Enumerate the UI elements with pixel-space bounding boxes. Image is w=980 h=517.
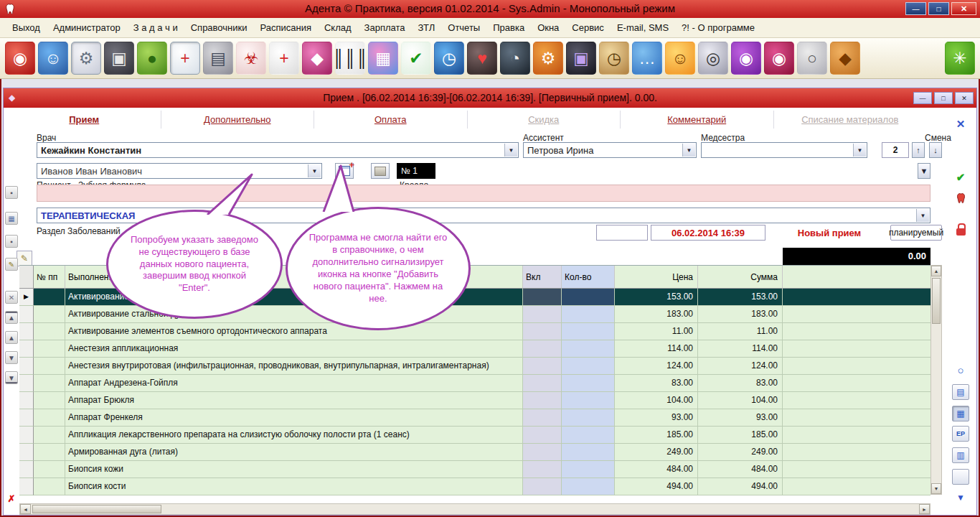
menu-item-4[interactable]: Справочники — [184, 22, 254, 33]
cell-qty[interactable] — [562, 444, 615, 461]
cell-vkl[interactable] — [523, 323, 562, 340]
prev-row-icon[interactable]: ▲ — [5, 331, 18, 344]
power-icon[interactable]: ◉ — [5, 42, 35, 75]
lamp-icon[interactable]: ○ — [797, 42, 827, 75]
header-sum[interactable]: Сумма — [698, 266, 783, 289]
tooth-icon[interactable] — [952, 189, 969, 206]
save-icon[interactable]: ▦ — [5, 212, 18, 225]
blank-icon[interactable] — [952, 469, 969, 485]
cell-vkl[interactable] — [523, 306, 562, 323]
camera-icon[interactable]: ◎ — [698, 42, 728, 75]
menu-item-1[interactable]: Выход — [6, 22, 47, 33]
barcode-icon[interactable]: ║║║ — [335, 42, 365, 75]
menu-item-9[interactable]: Отчеты — [441, 22, 486, 33]
confirm-check-icon[interactable]: ✔ — [401, 42, 431, 75]
archive-icon[interactable]: ▤ — [203, 42, 233, 75]
minimize-button[interactable]: — — [905, 2, 926, 15]
cell-vkl[interactable] — [523, 375, 562, 392]
aux-field[interactable] — [596, 225, 648, 241]
shift-up-button[interactable]: ↑ — [912, 142, 925, 158]
header-qty[interactable]: Кол-во — [562, 266, 615, 289]
inner-maximize-button[interactable]: □ — [934, 92, 953, 104]
table-row[interactable]: Биопсия кожи484.00484.00 — [19, 461, 930, 478]
menu-item-3[interactable]: З а д а ч и — [127, 22, 184, 33]
menu-item-13[interactable]: E-mail, SMS — [611, 22, 675, 33]
inner-title-bar[interactable]: ◆ Прием . [06.02.2014 16:39]-[06.02.2014… — [4, 88, 976, 108]
title-bar[interactable]: Адента © Практика, версия 01.02.2014 - S… — [0, 0, 980, 18]
inner-minimize-button[interactable]: — — [913, 92, 932, 104]
apple-icon[interactable]: ● — [137, 42, 167, 75]
patient-card-button[interactable] — [371, 163, 390, 179]
screen2-icon[interactable]: ▥ — [952, 447, 969, 463]
basket-icon[interactable]: ◆ — [830, 42, 860, 75]
table-horizontal-scrollbar[interactable]: ◄ ► — [19, 503, 930, 515]
cell-qty[interactable] — [562, 323, 615, 340]
chair-field[interactable]: № 1 — [397, 163, 435, 179]
first-row-icon[interactable]: ▲ — [5, 311, 18, 324]
cell-qty[interactable] — [562, 392, 615, 409]
inner-close-button[interactable]: ✕ — [955, 92, 974, 104]
close-form-icon[interactable]: ✕ — [952, 116, 969, 133]
palette-icon[interactable]: ◆ — [302, 42, 332, 75]
menu-item-11[interactable]: Окна — [531, 22, 565, 33]
scroll-right-button[interactable]: ► — [919, 504, 930, 514]
cell-vkl[interactable] — [523, 340, 562, 358]
monitor-icon[interactable]: ▣ — [566, 42, 596, 75]
eye-purple-icon[interactable]: ◉ — [731, 42, 761, 75]
hscroll-thumb[interactable] — [32, 505, 161, 513]
save-template-icon[interactable]: ▤ — [952, 384, 969, 400]
apply-check-icon[interactable]: ✔ — [952, 169, 969, 186]
lock-icon[interactable] — [952, 220, 969, 238]
chat-icon[interactable]: … — [632, 42, 662, 75]
scroll-left-button[interactable]: ◄ — [20, 504, 31, 514]
smiley-icon[interactable]: ☺ — [665, 42, 695, 75]
tab-1[interactable]: Прием — [8, 111, 161, 129]
header-vkl[interactable]: Вкл — [523, 266, 562, 289]
ep-badge-icon[interactable]: EP — [952, 426, 969, 442]
chevron-down-icon[interactable]: ▼ — [504, 144, 517, 157]
tools-icon[interactable]: ⚙ — [71, 42, 101, 75]
chevron-down-icon[interactable]: ▼ — [853, 144, 866, 157]
cell-vkl[interactable] — [523, 427, 562, 444]
dental-formula-strip[interactable] — [37, 185, 930, 202]
last-row-icon[interactable]: ▼ — [5, 371, 18, 384]
tab-3[interactable]: Оплата — [314, 111, 468, 129]
header-num[interactable]: № пп — [34, 266, 65, 289]
alarm-clock-icon[interactable]: ◷ — [599, 42, 629, 75]
header-price[interactable]: Цена — [615, 266, 698, 289]
cell-vkl[interactable] — [523, 289, 562, 306]
cell-qty[interactable] — [562, 409, 615, 427]
nurse-select[interactable]: ▼ — [701, 142, 867, 158]
gauge-icon[interactable]: ◔ — [500, 42, 530, 75]
delete-record-icon[interactable]: ✕ — [5, 291, 18, 304]
tab-2[interactable]: Дополнительно — [161, 111, 315, 129]
table-row[interactable]: Биопсия кости494.00494.00 — [19, 478, 930, 495]
gear-orange-icon[interactable]: ⚙ — [533, 42, 563, 75]
cancel-icon[interactable]: ✗ — [5, 492, 18, 505]
scroll-down-button[interactable]: ▼ — [931, 483, 941, 494]
cell-qty[interactable] — [562, 358, 615, 375]
clock-blue-icon[interactable]: ◷ — [434, 42, 464, 75]
handle-icon[interactable]: ▪ — [5, 186, 18, 199]
schedule-icon[interactable]: ▦ — [368, 42, 398, 75]
patient-select[interactable]: Иванов Иван Иванович ▼ — [37, 163, 322, 179]
table-row[interactable]: Анестезия аппликационная114.00114.00 — [19, 340, 930, 358]
planned-button[interactable]: планируемый — [890, 225, 942, 241]
scroll-up-button[interactable]: ▲ — [931, 266, 941, 276]
cell-vkl[interactable] — [523, 409, 562, 427]
cell-qty[interactable] — [562, 289, 615, 306]
cell-qty[interactable] — [562, 375, 615, 392]
table-row[interactable]: Аппарат Андрезена-Гойпля83.0083.00 — [19, 375, 930, 392]
scroll-page-down-icon[interactable]: ▼ — [952, 489, 969, 506]
menu-item-10[interactable]: Правка — [486, 22, 531, 33]
menu-item-14[interactable]: ?! - О программе — [675, 22, 761, 33]
heart-icon[interactable]: ♥ — [467, 42, 497, 75]
cell-vkl[interactable] — [523, 478, 562, 495]
staff-icon[interactable]: ☺ — [38, 42, 68, 75]
cell-vkl[interactable] — [523, 461, 562, 478]
medcard-icon[interactable]: + — [170, 42, 200, 75]
chevron-down-icon[interactable]: ▼ — [916, 209, 929, 222]
cell-qty[interactable] — [562, 340, 615, 358]
menu-item-12[interactable]: Сервис — [565, 22, 611, 33]
screen-list-icon[interactable]: ▦ — [952, 406, 969, 421]
